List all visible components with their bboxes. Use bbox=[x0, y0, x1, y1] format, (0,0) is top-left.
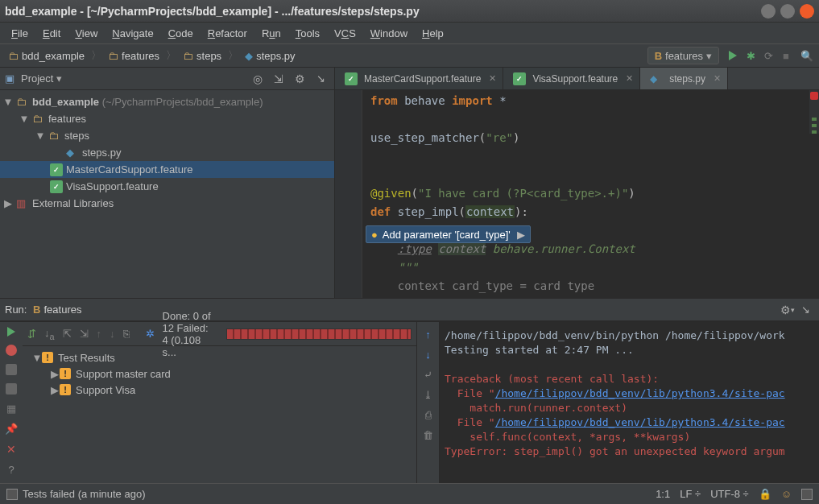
close-icon[interactable]: ✕ bbox=[626, 73, 633, 84]
tree-row-stepspy[interactable]: ◆ steps.py bbox=[0, 144, 334, 161]
error-marker-icon[interactable] bbox=[810, 92, 818, 100]
menu-code[interactable]: Code bbox=[162, 25, 200, 42]
marker-icon[interactable] bbox=[812, 124, 817, 127]
menu-navigate[interactable]: Navigate bbox=[105, 25, 159, 42]
maximize-icon[interactable] bbox=[780, 4, 795, 19]
file-encoding[interactable]: UTF-8 ÷ bbox=[710, 488, 749, 500]
project-view-dropdown[interactable]: Project ▾ bbox=[21, 72, 246, 85]
tab-stepspy[interactable]: ◆ steps.py ✕ bbox=[640, 68, 728, 89]
caret-position[interactable]: 1:1 bbox=[656, 488, 670, 500]
hector-icon[interactable]: ☺ bbox=[781, 488, 792, 500]
menu-view[interactable]: View bbox=[68, 25, 104, 42]
menu-tools[interactable]: Tools bbox=[289, 25, 326, 42]
sort-icon[interactable]: ↓a bbox=[44, 327, 55, 341]
tool-windows-icon[interactable] bbox=[6, 489, 18, 500]
test-node-results[interactable]: ▼ ! Test Results bbox=[23, 349, 416, 366]
pin-icon[interactable]: 📌 bbox=[5, 423, 18, 435]
run-button[interactable] bbox=[726, 48, 740, 63]
tab-visa[interactable]: ✓ VisaSupport.feature ✕ bbox=[503, 68, 640, 89]
rerun-icon[interactable] bbox=[7, 327, 15, 337]
hide-icon[interactable]: ↘ bbox=[798, 303, 813, 317]
expand-icon[interactable]: ▶ bbox=[3, 197, 13, 209]
tree-row-external-libs[interactable]: ▶ ▥ External Libraries bbox=[0, 195, 334, 212]
stop-icon[interactable] bbox=[6, 383, 17, 395]
test-node-mastercard[interactable]: ▶ ! Support master card bbox=[23, 366, 416, 382]
collapse-all-icon[interactable]: ⇲ bbox=[80, 328, 89, 340]
menu-window[interactable]: Window bbox=[364, 25, 414, 42]
menu-vcs[interactable]: VCS bbox=[328, 25, 362, 42]
tree-row-project-root[interactable]: ▼ 🗀 bdd_example (~/PycharmProjects/bdd_e… bbox=[0, 93, 334, 110]
status-message: Tests failed (a minute ago) bbox=[23, 488, 145, 500]
menu-edit[interactable]: Edit bbox=[36, 25, 67, 42]
test-node-visa[interactable]: ▶ ! Support Visa bbox=[23, 382, 416, 398]
clear-all-icon[interactable]: 🗑 bbox=[423, 429, 433, 441]
console-output[interactable]: /home/filippov/bdd_venv/bin/python /home… bbox=[440, 322, 819, 483]
settings-icon[interactable]: ⚙▾ bbox=[780, 303, 795, 317]
breadcrumb[interactable]: ◆steps.py bbox=[240, 46, 300, 65]
debug-button[interactable]: ✱ bbox=[743, 48, 758, 63]
tests-tree-panel: ⇵ ↓a ⇱ ⇲ ↑ ↓ ⎘ ✲ Done: 0 of 12 Failed: 4… bbox=[23, 322, 417, 483]
dump-icon[interactable]: ▦ bbox=[6, 403, 16, 415]
filter-passed-icon[interactable]: ⇵ bbox=[27, 328, 36, 340]
lock-icon[interactable]: 🔒 bbox=[759, 488, 771, 500]
scroll-from-source-icon[interactable]: ◎ bbox=[250, 72, 265, 86]
rerun-button[interactable]: ⟳ bbox=[761, 48, 776, 63]
minimize-icon[interactable] bbox=[761, 4, 776, 19]
up-icon[interactable]: ↑ bbox=[425, 328, 431, 341]
close-icon[interactable]: ✕ bbox=[6, 443, 16, 456]
expand-icon[interactable]: ▼ bbox=[35, 130, 45, 142]
menu-file[interactable]: File bbox=[5, 25, 35, 42]
collapse-all-icon[interactable]: ⇲ bbox=[271, 72, 286, 86]
expand-icon[interactable]: ▶ bbox=[50, 384, 60, 396]
menu-run[interactable]: Run bbox=[255, 25, 287, 42]
editor-gutter[interactable] bbox=[335, 90, 362, 298]
tree-row-steps[interactable]: ▼ 🗀 steps bbox=[0, 127, 334, 144]
tree-row-mastercard[interactable]: ✓ MasterCardSupport.feature bbox=[0, 161, 334, 178]
tree-row-visa[interactable]: ✓ VisaSupport.feature bbox=[0, 178, 334, 195]
menu-help[interactable]: Help bbox=[416, 25, 450, 42]
close-icon[interactable]: ✕ bbox=[714, 73, 721, 84]
tests-tree[interactable]: ▼ ! Test Results ▶ ! Support master card… bbox=[23, 346, 416, 483]
scroll-to-end-icon[interactable]: ⤓ bbox=[424, 389, 432, 401]
print-icon[interactable]: ⎙ bbox=[425, 409, 432, 421]
help-icon[interactable]: ? bbox=[8, 464, 14, 476]
prev-icon[interactable]: ↑ bbox=[97, 328, 102, 340]
expand-all-icon[interactable]: ⇱ bbox=[63, 328, 72, 340]
expand-icon[interactable]: ▼ bbox=[32, 352, 42, 364]
project-view-icon: ▣ bbox=[5, 72, 18, 85]
tab-mastercard[interactable]: ✓ MasterCardSupport.feature ✕ bbox=[335, 68, 503, 89]
search-icon[interactable]: 🔍 bbox=[800, 48, 814, 63]
breadcrumb[interactable]: 🗀steps bbox=[178, 46, 226, 65]
error-stripe[interactable] bbox=[809, 90, 819, 298]
project-tree[interactable]: ▼ 🗀 bdd_example (~/PycharmProjects/bdd_e… bbox=[0, 90, 334, 298]
hide-icon[interactable]: ↘ bbox=[313, 72, 328, 86]
run-configuration-dropdown[interactable]: B features ▾ bbox=[647, 47, 719, 64]
breadcrumb[interactable]: 🗀bdd_example bbox=[3, 46, 89, 65]
stop-button[interactable]: ■ bbox=[779, 48, 793, 63]
toggle-auto-test-icon[interactable] bbox=[6, 364, 17, 375]
menu-refactor[interactable]: Refactor bbox=[201, 25, 254, 42]
soft-wrap-icon[interactable]: ⤶ bbox=[424, 369, 432, 381]
rerun-failed-icon[interactable] bbox=[6, 345, 17, 356]
line-separator[interactable]: LF ÷ bbox=[680, 488, 701, 500]
tree-row-features[interactable]: ▼ 🗀 features bbox=[0, 110, 334, 127]
settings-icon[interactable]: ⚙ bbox=[292, 72, 307, 86]
marker-icon[interactable] bbox=[812, 130, 817, 134]
expand-icon[interactable]: ▼ bbox=[3, 96, 13, 108]
breadcrumb[interactable]: 🗀features bbox=[103, 46, 164, 65]
editor-tabs: ✓ MasterCardSupport.feature ✕ ✓ VisaSupp… bbox=[335, 68, 819, 90]
memory-indicator-icon[interactable] bbox=[801, 489, 813, 500]
intention-popup[interactable]: ● Add parameter '[card_type]' ▶ bbox=[366, 225, 531, 243]
marker-icon[interactable] bbox=[812, 118, 817, 121]
cog-icon[interactable]: ✲ bbox=[146, 328, 155, 340]
export-icon[interactable]: ⎘ bbox=[123, 328, 130, 340]
folder-icon: 🗀 bbox=[8, 50, 19, 62]
next-icon[interactable]: ↓ bbox=[110, 328, 115, 340]
down-icon[interactable]: ↓ bbox=[425, 349, 431, 361]
close-icon[interactable]: ✕ bbox=[489, 73, 496, 84]
warning-icon: ! bbox=[42, 352, 53, 363]
expand-icon[interactable]: ▶ bbox=[50, 368, 60, 380]
code-editor[interactable]: from behave import * use_step_matcher("r… bbox=[362, 90, 809, 298]
expand-icon[interactable]: ▼ bbox=[19, 113, 29, 125]
close-icon[interactable] bbox=[800, 4, 814, 19]
